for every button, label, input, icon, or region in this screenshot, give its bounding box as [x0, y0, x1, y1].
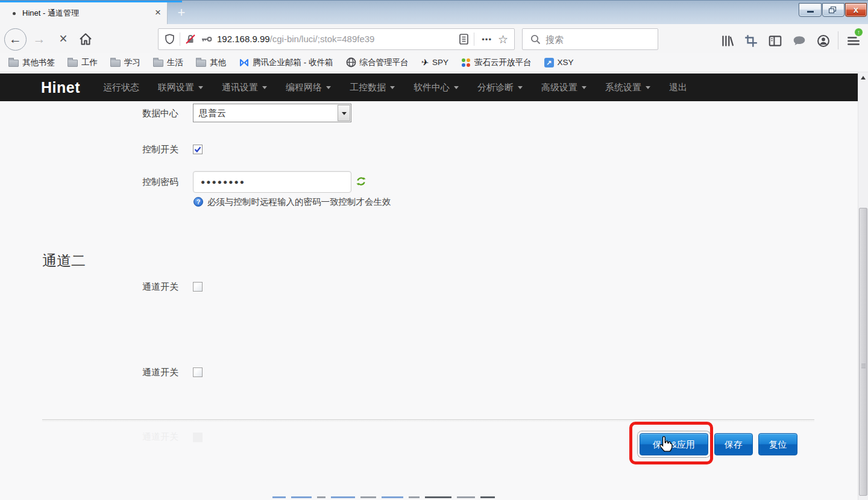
scrollbar-thumb[interactable] [859, 208, 867, 496]
bookmark-xsy[interactable]: ↗ XSY [544, 58, 574, 67]
urlbar-separator [474, 33, 474, 46]
site-nav-bar: Hinet 运行状态 联网设置 通讯设置 编程网络 工控数据 软件中心 分析诊断… [0, 73, 858, 101]
channel2-switch-checkbox[interactable] [193, 282, 203, 292]
nav-item-network-settings[interactable]: 联网设置 [158, 82, 203, 93]
channel2-title: 通道二 [42, 251, 86, 270]
password-refresh-icon[interactable] [356, 176, 366, 187]
bookmark-folder-study[interactable]: 学习 [110, 57, 140, 68]
nav-item-diagnostics[interactable]: 分析诊断 [477, 82, 523, 93]
bookmark-folder-life[interactable]: 生活 [153, 57, 183, 68]
search-bar[interactable] [522, 28, 658, 50]
control-password-input[interactable]: ●●●●●●●● [193, 171, 351, 193]
ghost-checkbox [193, 433, 203, 442]
globe-icon [346, 57, 356, 67]
titlebar: Hinet - 通道管理 × + x [0, 0, 868, 24]
bookmark-exmail[interactable]: 腾讯企业邮箱 - 收件箱 [239, 57, 333, 68]
reset-button[interactable]: 复位 [758, 433, 797, 455]
tracking-shield-icon[interactable] [165, 34, 175, 45]
chevron-down-icon [342, 112, 347, 115]
chevron-down-icon [518, 86, 523, 89]
url-text[interactable]: 192.168.9.99/cgi-bin/luci/;stok=489fe39 [217, 33, 454, 45]
folder-icon [68, 60, 78, 67]
site-logo[interactable]: Hinet [41, 79, 80, 96]
page-actions-button[interactable]: ••• [479, 35, 494, 44]
channel3-switch-label: 通道开关 [0, 365, 178, 380]
stop-reload-button[interactable]: × [55, 31, 71, 46]
chevron-down-icon [582, 86, 587, 89]
forward-button[interactable]: → [31, 31, 47, 47]
bookmark-spy[interactable]: ✈ SPY [421, 57, 449, 68]
home-button[interactable] [78, 32, 93, 46]
control-switch-checkbox[interactable] [193, 145, 203, 154]
help-icon: ? [193, 197, 203, 207]
exmail-icon [239, 57, 249, 67]
bookmark-folder-work[interactable]: 工作 [68, 57, 98, 68]
messages-bubble-icon[interactable] [792, 34, 807, 48]
hand-cursor-icon [658, 436, 674, 453]
update-badge-icon: ↑ [854, 28, 863, 37]
browser-window: Hinet - 通道管理 × + x ← → × [0, 0, 868, 500]
chevron-down-icon [454, 86, 459, 89]
key-icon [201, 35, 212, 43]
data-center-value: 思普云 [199, 104, 226, 122]
ghost-channel-switch-label: 通道开关 [0, 431, 178, 443]
bookmark-ezviz[interactable]: 萤石云开放平台 [461, 57, 532, 68]
bookmark-admin-platform[interactable]: 综合管理平台 [346, 57, 409, 68]
bookmark-star-icon[interactable]: ☆ [494, 33, 514, 46]
channel2-switch-label: 通道开关 [0, 280, 178, 294]
screenshot-icon[interactable] [744, 34, 758, 48]
close-button[interactable]: x [845, 3, 867, 17]
tab-favicon-dot [13, 12, 16, 15]
data-center-select[interactable]: 思普云 [193, 104, 351, 122]
nav-item-logout[interactable]: 退出 [669, 82, 687, 93]
chevron-down-icon [646, 86, 650, 89]
back-button[interactable]: ← [4, 28, 27, 51]
library-icon[interactable] [720, 34, 734, 48]
plane-icon: ✈ [420, 57, 429, 69]
arrow-up-icon [861, 76, 866, 80]
reader-mode-icon[interactable] [459, 33, 469, 45]
new-tab-button[interactable]: + [172, 5, 190, 21]
folder-icon [8, 60, 19, 67]
close-icon: x [846, 4, 866, 14]
chevron-down-icon [198, 86, 203, 89]
toolbar-separator [838, 31, 838, 49]
browser-tab[interactable]: Hinet - 通道管理 × [0, 1, 168, 25]
search-icon [530, 34, 541, 45]
select-dropdown-button[interactable] [338, 105, 350, 121]
restore-button[interactable] [822, 3, 844, 17]
nav-item-system-settings[interactable]: 系统设置 [605, 82, 650, 93]
channel3-switch-checkbox[interactable] [193, 367, 203, 377]
control-password-label: 控制密码 [0, 171, 178, 193]
nav-item-advanced-settings[interactable]: 高级设置 [541, 82, 587, 93]
search-input[interactable] [546, 34, 665, 45]
folder-icon [153, 60, 163, 67]
scrollbar-grip [861, 364, 866, 369]
password-hint-text: 必须与控制时远程输入的密码一致控制才会生效 [207, 196, 391, 207]
nav-item-programming-network[interactable]: 编程网络 [286, 82, 331, 93]
home-icon [78, 32, 93, 46]
nav-item-comm-settings[interactable]: 通讯设置 [222, 82, 267, 93]
tab-accent-line [0, 1, 182, 2]
save-button[interactable]: 保存 [714, 433, 753, 455]
nav-item-run-status[interactable]: 运行状态 [103, 82, 139, 93]
xsy-icon: ↗ [544, 58, 554, 67]
chevron-down-icon [326, 86, 331, 89]
urlbar-separator [180, 33, 180, 46]
minimize-icon [807, 11, 814, 13]
nav-item-industrial-data[interactable]: 工控数据 [350, 82, 395, 93]
bookmark-folder-misc[interactable]: 其他 [196, 57, 226, 68]
chevron-down-icon [262, 86, 267, 89]
url-bar[interactable]: 192.168.9.99/cgi-bin/luci/;stok=489fe39 … [158, 28, 515, 50]
bookmark-folder-other-bookmarks[interactable]: 其他书签 [8, 57, 55, 68]
tab-close-icon[interactable]: × [151, 5, 165, 20]
minimize-button[interactable] [799, 3, 822, 17]
folder-icon [110, 60, 121, 67]
scrollbar-up-arrow[interactable] [858, 72, 868, 83]
nav-item-software-center[interactable]: 软件中心 [414, 82, 459, 93]
account-icon[interactable] [816, 34, 831, 48]
ezviz-icon [461, 58, 471, 67]
vertical-scrollbar[interactable] [858, 72, 868, 500]
sidebar-toggle-icon[interactable] [768, 34, 782, 48]
insecure-lock-icon[interactable] [185, 34, 196, 45]
